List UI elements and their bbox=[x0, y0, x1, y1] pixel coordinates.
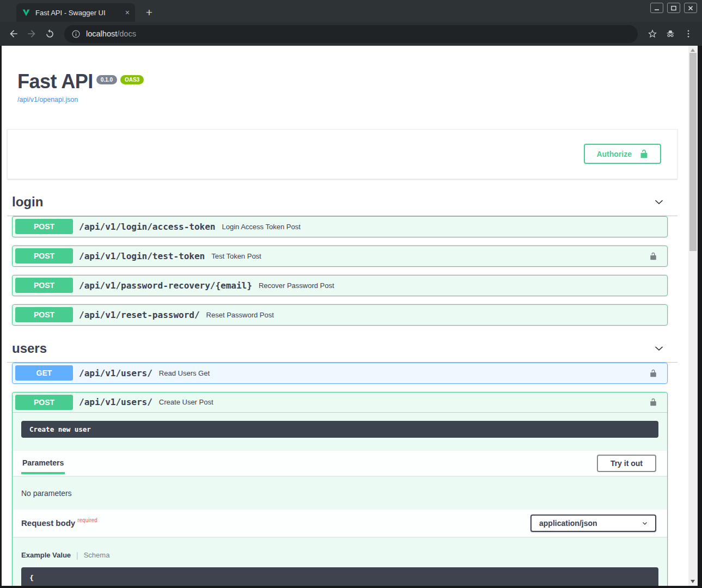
url-host: localhost bbox=[86, 29, 117, 38]
tab-example-value[interactable]: Example Value bbox=[21, 551, 71, 559]
operation-summary: Reset Password Post bbox=[206, 311, 274, 319]
tab-parameters[interactable]: Parameters bbox=[21, 452, 65, 474]
minimize-button[interactable] bbox=[650, 3, 663, 13]
scroll-thumb[interactable] bbox=[689, 53, 697, 251]
incognito-icon bbox=[664, 27, 677, 40]
version-badge: 0.1.0 bbox=[96, 75, 117, 84]
forward-icon[interactable] bbox=[25, 27, 38, 40]
operation-path: /api/v1/login/access-token bbox=[79, 222, 215, 232]
try-it-out-button[interactable]: Try it out bbox=[597, 455, 656, 472]
operation-row[interactable]: POST /api/v1/login/test-token Test Token… bbox=[12, 246, 668, 267]
method-badge: POST bbox=[15, 219, 73, 234]
authorize-label: Authorize bbox=[596, 150, 632, 158]
chevron-down-icon bbox=[641, 519, 649, 527]
required-flag: required bbox=[77, 517, 97, 523]
operation-body: Create new user Parameters Try it out No… bbox=[13, 421, 667, 586]
example-code-block: { bbox=[21, 567, 658, 586]
request-body-header: Request bodyrequired application/json bbox=[13, 510, 667, 537]
method-badge: POST bbox=[15, 278, 73, 293]
scroll-down-arrow[interactable] bbox=[691, 580, 695, 583]
maximize-button[interactable] bbox=[667, 3, 680, 13]
auth-lock-icon[interactable] bbox=[649, 252, 657, 261]
scrollbar[interactable] bbox=[688, 46, 698, 586]
page-content: Fast API 0.1.0 OAS3 /api/v1/openapi.json… bbox=[2, 46, 698, 586]
operation-row[interactable]: POST /api/v1/reset-password/ Reset Passw… bbox=[12, 304, 668, 326]
titlebar: Fast API - Swagger UI × + bbox=[0, 0, 702, 22]
operation-row[interactable]: POST /api/v1/login/access-token Login Ac… bbox=[12, 216, 668, 237]
reload-icon[interactable] bbox=[43, 27, 56, 40]
model-example: Example Value | Schema { bbox=[13, 537, 667, 586]
site-info-icon[interactable] bbox=[71, 29, 81, 39]
page-title: Fast API bbox=[17, 71, 93, 93]
browser-window: Fast API - Swagger UI × + bbox=[0, 0, 702, 588]
scroll-up-arrow[interactable] bbox=[691, 48, 695, 52]
new-tab-button[interactable]: + bbox=[143, 7, 156, 18]
window-controls bbox=[650, 3, 697, 13]
method-badge: GET bbox=[15, 365, 73, 381]
content-type-value: application/json bbox=[539, 519, 597, 528]
auth-lock-icon[interactable] bbox=[649, 397, 657, 407]
operation-summary: Recover Password Post bbox=[259, 281, 334, 290]
tab-title: Fast API - Swagger UI bbox=[35, 9, 120, 17]
close-window-button[interactable] bbox=[684, 3, 697, 13]
no-parameters-text: No parameters bbox=[13, 476, 667, 510]
fastapi-favicon-icon bbox=[22, 8, 30, 17]
tab-schema[interactable]: Schema bbox=[84, 551, 110, 559]
tag-header-users[interactable]: users bbox=[7, 335, 677, 363]
content-type-select[interactable]: application/json bbox=[530, 514, 656, 532]
chevron-down-icon[interactable] bbox=[654, 197, 664, 207]
tag-title: users bbox=[12, 341, 47, 356]
chevron-down-icon[interactable] bbox=[654, 343, 664, 354]
api-info: Fast API 0.1.0 OAS3 /api/v1/openapi.json bbox=[17, 71, 677, 104]
operation-path: /api/v1/login/test-token bbox=[79, 251, 205, 261]
request-body-title: Request bodyrequired bbox=[21, 518, 97, 528]
operation-path: /api/v1/users/ bbox=[79, 397, 152, 407]
auth-lock-icon[interactable] bbox=[649, 369, 657, 378]
bookmark-star-icon[interactable] bbox=[646, 27, 659, 40]
tag-title: login bbox=[12, 194, 43, 210]
menu-dots-icon[interactable] bbox=[682, 27, 695, 40]
operation-summary: Login Access Token Post bbox=[222, 223, 300, 231]
browser-toolbar: localhost/docs bbox=[0, 22, 702, 46]
operation-summary: Read Users Get bbox=[159, 369, 210, 377]
parameters-header: Parameters Try it out bbox=[13, 451, 667, 476]
url-path: /docs bbox=[117, 29, 136, 38]
operation-row[interactable]: POST /api/v1/password-recovery/{email} R… bbox=[12, 275, 668, 296]
back-icon[interactable] bbox=[7, 27, 20, 40]
operation-row-expanded: POST /api/v1/users/ Create User Post Cre… bbox=[12, 392, 668, 586]
unlocked-padlock-icon bbox=[639, 149, 649, 159]
operation-path: /api/v1/reset-password/ bbox=[79, 310, 200, 320]
tab-separator: | bbox=[76, 551, 78, 560]
operation-summary: Create User Post bbox=[159, 398, 213, 406]
url-text: localhost/docs bbox=[86, 29, 136, 38]
operation-description: Create new user bbox=[21, 421, 658, 438]
operation-summary: Test Token Post bbox=[211, 252, 261, 260]
tab-close-icon[interactable]: × bbox=[125, 9, 130, 16]
method-badge: POST bbox=[15, 248, 73, 264]
browser-tab[interactable]: Fast API - Swagger UI × bbox=[16, 3, 135, 22]
operation-summary-row[interactable]: POST /api/v1/users/ Create User Post bbox=[13, 393, 667, 413]
scheme-container: Authorize bbox=[7, 129, 677, 179]
authorize-button[interactable]: Authorize bbox=[584, 144, 661, 164]
method-badge: POST bbox=[15, 395, 73, 410]
operation-row[interactable]: GET /api/v1/users/ Read Users Get bbox=[12, 363, 668, 384]
operation-path: /api/v1/users/ bbox=[79, 368, 152, 378]
openapi-spec-link[interactable]: /api/v1/openapi.json bbox=[17, 96, 78, 103]
address-bar[interactable]: localhost/docs bbox=[64, 25, 638, 43]
oas3-badge: OAS3 bbox=[120, 75, 144, 84]
tag-header-login[interactable]: login bbox=[7, 189, 677, 216]
method-badge: POST bbox=[15, 307, 73, 322]
operation-path: /api/v1/password-recovery/{email} bbox=[79, 280, 252, 291]
